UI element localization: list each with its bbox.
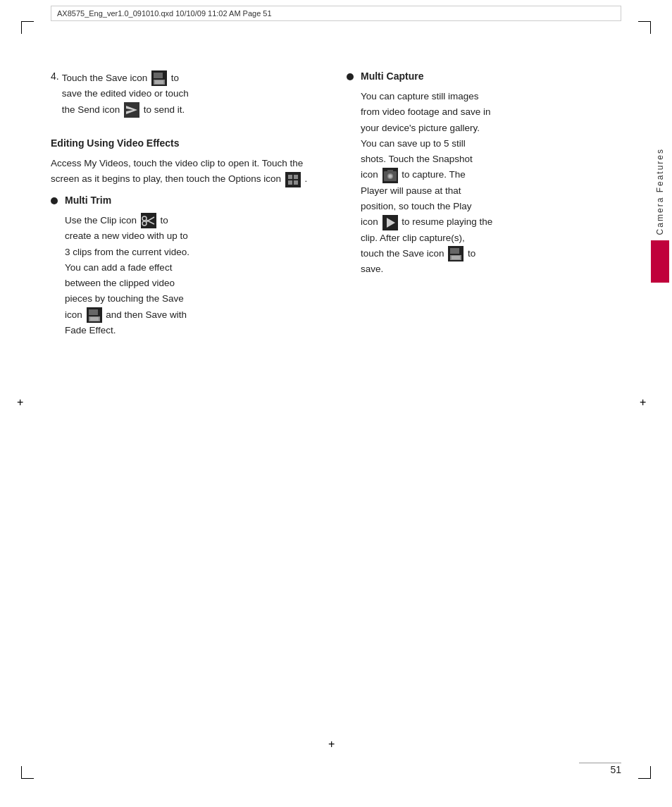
play-icon-inline bbox=[382, 215, 398, 230]
svg-rect-9 bbox=[288, 180, 292, 185]
corner-tr bbox=[638, 21, 651, 34]
send-icon-inline bbox=[124, 102, 139, 118]
bullet-dot-capture bbox=[347, 73, 354, 80]
sidebar-accent-bar bbox=[651, 240, 669, 283]
svg-rect-28 bbox=[450, 248, 459, 254]
crosshair-left bbox=[20, 399, 30, 409]
editing-heading: Editing Using Video Effects bbox=[51, 137, 318, 149]
clip-icon-inline bbox=[141, 213, 156, 228]
multi-trim-to: to bbox=[161, 215, 168, 226]
crosshair-right bbox=[642, 399, 652, 409]
multi-trim-text-before: Use the Clip icon bbox=[65, 215, 137, 226]
svg-rect-17 bbox=[89, 309, 98, 315]
svg-rect-10 bbox=[294, 180, 298, 185]
multi-trim-title: Multi Trim bbox=[65, 195, 189, 206]
editing-para-end: . bbox=[304, 173, 307, 184]
snapshot-icon-inline bbox=[382, 168, 398, 183]
header-text: AX8575_Eng_ver1.0_091010.qxd 10/10/09 11… bbox=[57, 9, 272, 18]
page-header: AX8575_Eng_ver1.0_091010.qxd 10/10/09 11… bbox=[51, 6, 621, 21]
svg-point-23 bbox=[388, 174, 392, 178]
svg-rect-19 bbox=[90, 317, 99, 321]
page-number: 51 bbox=[610, 764, 621, 775]
save-icon-inline-1 bbox=[151, 70, 167, 86]
svg-rect-24 bbox=[387, 170, 393, 173]
sidebar: Camera Features bbox=[648, 141, 672, 352]
svg-rect-7 bbox=[288, 175, 292, 179]
step4-paragraph: Touch the Save icon to save the edited v… bbox=[62, 70, 189, 118]
step4-content: Touch the Save icon to save the edited v… bbox=[62, 70, 189, 125]
multi-capture-paragraph: You can capture still imagesfrom video f… bbox=[361, 89, 492, 278]
svg-rect-3 bbox=[155, 80, 163, 84]
multi-trim-paragraph: Use the Clip icon to create a n bbox=[65, 213, 189, 338]
page-divider bbox=[579, 763, 621, 763]
corner-br bbox=[638, 766, 651, 779]
svg-rect-30 bbox=[452, 256, 460, 259]
svg-rect-8 bbox=[294, 175, 298, 179]
svg-rect-1 bbox=[154, 73, 163, 78]
save-icon-inline-3 bbox=[448, 246, 463, 261]
options-icon-inline bbox=[285, 172, 301, 187]
main-content: 4. Touch the Save icon to bbox=[51, 70, 616, 751]
multi-capture-content: Multi Capture You can capture still imag… bbox=[361, 70, 492, 285]
corner-bl bbox=[21, 766, 34, 779]
step4-to1: to bbox=[171, 73, 179, 83]
multi-capture-para1: You can capture still imagesfrom video f… bbox=[361, 91, 491, 180]
bullet-dot-trim bbox=[51, 197, 58, 204]
save-icon-inline-2 bbox=[87, 307, 102, 323]
step4-section: 4. Touch the Save icon to bbox=[51, 70, 318, 125]
step4-text-before: Touch the Save icon bbox=[62, 73, 148, 83]
step4-to2: to send it. bbox=[144, 104, 185, 115]
editing-paragraph: Access My Videos, touch the video clip t… bbox=[51, 156, 318, 187]
step4-number: 4. bbox=[51, 70, 59, 82]
svg-rect-6 bbox=[285, 172, 301, 187]
multi-trim-section: Multi Trim Use the Clip icon bbox=[51, 195, 318, 345]
editing-para-text: Access My Videos, touch the video clip t… bbox=[51, 158, 303, 184]
multi-trim-content: Multi Trim Use the Clip icon bbox=[65, 195, 189, 345]
corner-tl bbox=[21, 21, 34, 34]
multi-capture-section: Multi Capture You can capture still imag… bbox=[347, 70, 614, 285]
multi-trim-text-after: create a new video with up to3 clips fro… bbox=[65, 230, 189, 319]
right-column: Multi Capture You can capture still imag… bbox=[347, 70, 614, 295]
sidebar-label-text: Camera Features bbox=[655, 148, 665, 235]
left-column: 4. Touch the Save icon to bbox=[51, 70, 318, 355]
multi-capture-title: Multi Capture bbox=[361, 70, 492, 82]
